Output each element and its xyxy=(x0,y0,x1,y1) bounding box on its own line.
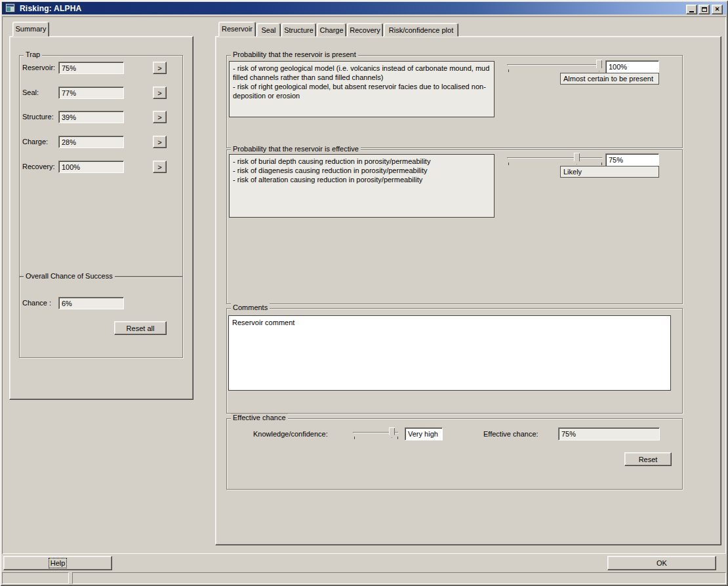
tab-structure[interactable]: Structure xyxy=(281,23,316,37)
help-button[interactable]: Help xyxy=(3,556,112,570)
trap-group-label: Trap xyxy=(24,50,42,58)
reservoir-present-group-label: Probability that the reservoir is presen… xyxy=(231,50,358,58)
effective-chance-label: Effective chance: xyxy=(483,430,538,438)
reservoir-value-field[interactable]: 75% xyxy=(58,62,124,74)
summary-panel: Trap Reservoir: 75% > Seal: 77% > Struct… xyxy=(9,36,193,400)
slider-tick xyxy=(508,163,509,165)
reservoir-label: Reservoir: xyxy=(22,64,55,71)
charge-expand-button[interactable]: > xyxy=(153,136,167,148)
tab-summary-label: Summary xyxy=(15,25,46,33)
slider-tick xyxy=(508,69,509,72)
charge-value-field[interactable]: 28% xyxy=(58,136,124,148)
seal-value-field[interactable]: 77% xyxy=(58,87,124,99)
tab-recovery[interactable]: Recovery xyxy=(347,23,383,37)
tab-seal-label: Seal xyxy=(261,26,275,34)
tab-structure-label: Structure xyxy=(284,26,313,34)
tab-risk-confidence-plot[interactable]: Risk/confidence plot xyxy=(384,23,458,37)
reservoir-effective-value-field[interactable]: 75% xyxy=(605,153,659,166)
risking-dialog: Risking: ALPHA ✕ Summary Trap Reservoir:… xyxy=(0,0,728,586)
reservoir-effective-qualifier: Likely xyxy=(560,166,659,178)
tab-charge-label: Charge xyxy=(319,26,343,34)
slider-tick xyxy=(601,163,602,165)
chance-label: Chance : xyxy=(22,299,51,307)
overall-chance-group-label: Overall Chance of Success xyxy=(24,272,115,280)
reservoir-effective-slider-track[interactable] xyxy=(507,157,603,159)
seal-expand-button[interactable]: > xyxy=(153,87,167,99)
close-icon: ✕ xyxy=(715,7,720,12)
tab-reservoir[interactable]: Reservoir xyxy=(218,22,256,37)
reservoir-effective-group-label: Probability that the reservoir is effect… xyxy=(231,145,361,153)
tab-charge[interactable]: Charge xyxy=(317,23,346,37)
minimize-icon xyxy=(689,11,694,12)
slider-tick xyxy=(397,437,398,439)
reservoir-present-risk-text[interactable]: - risk of wrong geological model (i.e. v… xyxy=(229,61,495,117)
chance-value-field[interactable]: 6% xyxy=(58,297,124,309)
maximize-icon xyxy=(702,7,707,12)
close-button[interactable]: ✕ xyxy=(712,5,723,14)
reservoir-panel: Probability that the reservoir is presen… xyxy=(215,36,721,545)
title-bar[interactable]: Risking: ALPHA ✕ xyxy=(2,2,726,14)
overall-chance-group xyxy=(19,277,183,358)
knowledge-confidence-label: Knowledge/confidence: xyxy=(253,430,328,438)
reservoir-effective-risk-text[interactable]: - risk of burial depth causing reduction… xyxy=(229,154,495,218)
reservoir-expand-button[interactable]: > xyxy=(153,62,167,74)
ok-button-label: OK xyxy=(657,559,667,567)
minimize-button[interactable] xyxy=(686,5,697,14)
charge-label: Charge: xyxy=(22,138,48,146)
reservoir-present-slider-track[interactable] xyxy=(507,64,603,66)
ok-button[interactable]: OK xyxy=(607,556,716,570)
recovery-value-field[interactable]: 100% xyxy=(58,161,124,173)
recovery-label: Recovery: xyxy=(22,163,55,170)
recovery-expand-button[interactable]: > xyxy=(153,161,167,173)
tab-summary[interactable]: Summary xyxy=(12,22,49,37)
effective-chance-group-label: Effective chance xyxy=(231,414,288,421)
effective-chance-value-field[interactable]: 75% xyxy=(558,427,660,440)
structure-label: Structure: xyxy=(22,113,54,121)
tab-recovery-label: Recovery xyxy=(350,26,380,34)
structure-expand-button[interactable]: > xyxy=(153,111,167,123)
maximize-button[interactable] xyxy=(698,5,710,14)
comments-group-label: Comments xyxy=(231,303,270,311)
reset-all-button[interactable]: Reset all xyxy=(114,321,167,335)
structure-value-field[interactable]: 39% xyxy=(58,111,124,123)
knowledge-value-field[interactable]: Very high xyxy=(405,427,443,440)
slider-tick xyxy=(354,437,355,439)
window-title: Risking: ALPHA xyxy=(20,4,81,13)
reset-button[interactable]: Reset xyxy=(624,452,672,466)
seal-label: Seal: xyxy=(22,88,39,96)
status-bar-cell-left xyxy=(2,572,69,584)
comments-textarea[interactable]: Reservoir comment xyxy=(228,315,671,391)
help-button-label: Help xyxy=(50,559,66,567)
tab-reservoir-label: Reservoir xyxy=(222,25,253,33)
app-icon xyxy=(5,3,15,12)
status-bar-cell-main xyxy=(72,572,726,584)
tab-risk-confidence-plot-label: Risk/confidence plot xyxy=(389,26,453,34)
reservoir-present-value-field[interactable]: 100% xyxy=(605,60,659,73)
tab-seal[interactable]: Seal xyxy=(256,23,281,37)
reservoir-present-qualifier: Almost certain to be present xyxy=(560,73,659,85)
